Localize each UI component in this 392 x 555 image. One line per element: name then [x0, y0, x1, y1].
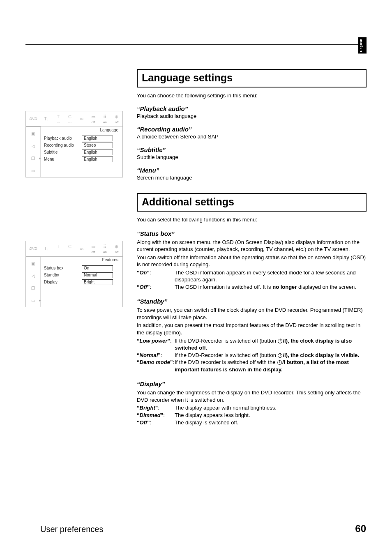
osd-category-label: Language [100, 128, 119, 132]
title-icon: T↓ [44, 246, 49, 251]
def-term: Off: [137, 283, 175, 291]
def-definition: The OSD information appears in every sel… [175, 269, 367, 283]
zoom-icon: ⊕ [115, 114, 118, 120]
angle-icon: ⠿ [103, 244, 106, 249]
osd-row-label: Subtitle [44, 150, 82, 154]
angle-icon: ⠿ [103, 114, 106, 120]
audio-icon: «‹ [80, 246, 84, 251]
osd-category-label: Features [102, 258, 118, 262]
def-term: Off: [137, 419, 175, 426]
page-number: 60 [355, 523, 366, 534]
para-text: Along with the on screen menu, the OSD (… [137, 239, 367, 253]
def-definition: If the DVD recorder is switched off with… [175, 359, 367, 373]
para-text: To save power, you can switch off the cl… [137, 306, 367, 321]
def-term: Demo mode: [137, 359, 175, 373]
osd-logo: DVD [26, 111, 41, 127]
sound-icon: ◁ [30, 143, 36, 148]
def-definition: The display is switched off. [175, 419, 367, 426]
section-intro: You can select the following functions i… [137, 216, 367, 223]
def-definition: If the DVD-Recorder is switched off (but… [175, 337, 367, 352]
subhead-standby: Standby [137, 298, 367, 305]
subhead-subtitle: Subtitle [137, 146, 367, 153]
section-title-additional: Additional settings [137, 193, 367, 212]
subhead-status-box: Status box [137, 230, 367, 237]
def-term: Dimmed: [137, 412, 175, 419]
osd-row-value: On [82, 265, 113, 271]
features-icon: ▭ [30, 298, 36, 303]
features-icon: ▭ [30, 168, 36, 173]
osd-row-label: Playback audio [44, 136, 82, 140]
def-definition: The display appears less bright. [175, 412, 367, 419]
osd-row-value: Bright [82, 279, 113, 285]
footer-title: User preferences [40, 525, 103, 534]
power-icon [277, 360, 282, 365]
osd-row-label: Display [44, 280, 82, 284]
audio-icon: «‹ [80, 116, 84, 121]
section-intro: You can choose the following settings in… [137, 92, 367, 99]
desc-text: Subtitle language [137, 154, 367, 161]
para-text: You can change the brightness of the dis… [137, 389, 367, 403]
power-icon [278, 339, 282, 343]
osd-row-value: Stereo [82, 143, 113, 148]
subhead-recording-audio: Recording audio [137, 126, 367, 133]
def-definition: If the DVD-Recorder is switched off (but… [175, 352, 367, 359]
subhead-playback-audio: Playback audio [137, 105, 367, 112]
text-icon: T [57, 114, 60, 119]
def-term: Bright: [137, 404, 175, 412]
subtitle-icon: ▭ [91, 114, 95, 120]
osd-row-value: English [82, 157, 113, 162]
para-text: You can switch off the information about… [137, 254, 367, 268]
osd-language-menu: DVD T↓ T--- C--- «‹ ▭off ⠿on ⊕off ▣ ◁ ❐ [25, 111, 123, 177]
subhead-menu: Menu [137, 167, 367, 174]
osd-row-value: English [82, 150, 113, 155]
picture-icon: ▣ [30, 131, 36, 136]
power-icon [278, 353, 282, 358]
osd-row-label: Menu [44, 157, 82, 161]
title-icon: T↓ [44, 116, 49, 121]
osd-row-value: English [82, 136, 113, 141]
osd-row-label: Recording audio [44, 143, 82, 147]
language-tab: English [358, 37, 367, 53]
zoom-icon: ⊕ [115, 244, 118, 249]
language-icon: ❐ [30, 286, 36, 290]
sound-icon: ◁ [30, 273, 36, 278]
para-text: In addition, you can present the most im… [137, 322, 367, 336]
picture-icon: ▣ [30, 261, 36, 266]
desc-text: Screen menu language [137, 175, 367, 182]
def-definition: The OSD information is switched off. It … [175, 283, 367, 291]
def-term: On: [137, 269, 175, 283]
osd-features-menu: DVD T↓ T--- C--- «‹ ▭off ⠿on ⊕off ▣ ◁ ❐ [25, 241, 123, 307]
osd-row-value: Normal [82, 272, 113, 278]
chapter-icon: C [68, 114, 71, 119]
desc-text: A choice between Stereo and SAP [137, 134, 367, 140]
subhead-display: Display [137, 380, 367, 387]
osd-row-label: Status box [44, 266, 82, 270]
language-icon: ❐ [30, 156, 36, 161]
osd-row-label: Standby [44, 273, 82, 277]
text-icon: T [57, 244, 60, 249]
def-definition: The display appear with normal brightnes… [175, 404, 367, 412]
subtitle-icon: ▭ [91, 244, 95, 249]
def-term: Low power: [137, 337, 175, 352]
osd-logo: DVD [26, 241, 41, 256]
section-title-language: Language settings [137, 69, 367, 88]
def-term: Normal: [137, 352, 175, 359]
desc-text: Playback audio language [137, 113, 367, 120]
chapter-icon: C [68, 244, 71, 249]
